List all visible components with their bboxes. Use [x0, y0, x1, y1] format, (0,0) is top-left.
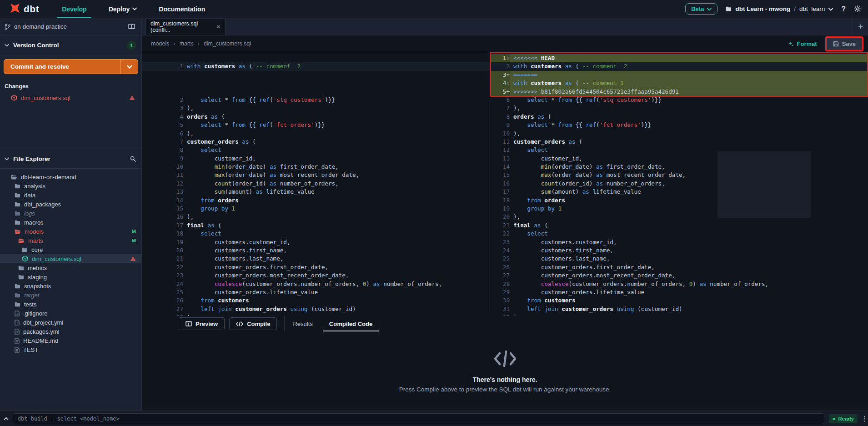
new-tab-button[interactable]: + — [853, 18, 868, 35]
tree-item-dbt-learn-on-demand[interactable]: dbt-learn-on-demand — [0, 172, 141, 181]
code-line: 13 customer_id, — [490, 155, 868, 163]
dbt-logo[interactable]: dbt — [0, 2, 51, 16]
format-button[interactable]: Format — [788, 40, 817, 47]
results-toolbar: Preview Compile Results Compiled Code — [142, 316, 868, 331]
code-content: from orders — [510, 196, 868, 205]
git-branch-icon — [5, 24, 10, 30]
code-brackets-icon — [492, 350, 518, 370]
line-number: 24 — [490, 246, 510, 255]
code-content: final as ( — [510, 221, 868, 230]
minimap[interactable] — [717, 151, 811, 218]
help-button[interactable]: ? — [841, 5, 846, 13]
command-input[interactable] — [13, 413, 824, 424]
tree-item--gitignore[interactable]: .gitignore — [0, 309, 141, 318]
close-icon[interactable]: ✕ — [216, 24, 221, 30]
tree-item-target[interactable]: target — [0, 291, 141, 300]
tree-item-dbt-packages[interactable]: dbt_packages — [0, 200, 141, 209]
code-content: customer_orders.most_recent_order_date, — [510, 271, 868, 280]
commit-options-chevron[interactable] — [120, 60, 138, 74]
compile-button[interactable]: Compile — [229, 317, 277, 330]
code-line: 5 select * from {{ ref('fct_orders')}} — [142, 121, 490, 129]
code-line: 13 sum(amount) as lifetime_value — [142, 188, 490, 196]
account-project-switcher[interactable]: dbt Learn - mwong / dbt_learn — [726, 5, 833, 12]
code-content: with customers as ( -- comment 2 — [510, 62, 868, 70]
editor-pane-right[interactable]: 1+<<<<<<< HEAD2with customers as ( -- co… — [490, 52, 868, 316]
breadcrumb-marts[interactable]: marts — [179, 40, 193, 47]
code-content: max(order_date) as most_recent_order_dat… — [510, 171, 868, 179]
changed-file-dim-customers[interactable]: dim_customers.sql — [0, 92, 141, 103]
code-line: 20 customers.first_name, — [142, 246, 490, 255]
line-number: 21 — [490, 221, 510, 230]
sidebar: on-demand-practice Version Control 1 Com… — [0, 18, 142, 411]
save-button[interactable]: Save — [827, 38, 862, 50]
code-line: 26 customer_orders.first_order_date, — [490, 263, 868, 271]
line-number: 16 — [490, 180, 510, 188]
git-branch-row[interactable]: on-demand-practice — [0, 18, 141, 35]
code-line: 25 customer_orders.lifetime_value — [142, 288, 490, 296]
tree-item-metrics[interactable]: metrics — [0, 263, 141, 272]
tree-item-packages-yml[interactable]: packages.yml — [0, 327, 141, 336]
code-line: 10 min(order_date) as first_order_date, — [142, 163, 490, 171]
tree-item-analysis[interactable]: analysis — [0, 181, 141, 190]
code-content: customer_id, — [510, 155, 868, 163]
search-icon[interactable] — [130, 156, 136, 162]
code-content: sum(amount) as lifetime_value — [510, 188, 868, 196]
breadcrumb-models[interactable]: models — [151, 40, 169, 47]
tree-item-label: dbt_project.yml — [23, 319, 63, 326]
tree-item-tests[interactable]: tests — [0, 300, 141, 309]
file-explorer-header[interactable]: File Explorer — [0, 149, 141, 169]
tree-item-label: dbt-learn-on-demand — [21, 174, 76, 180]
tree-item-snapshots[interactable]: snapshots — [0, 281, 141, 291]
tree-item-logs[interactable]: logs — [0, 209, 141, 218]
kebab-menu-icon[interactable]: ⋮ — [861, 415, 868, 423]
preview-button[interactable]: Preview — [179, 317, 225, 330]
changes-label: Changes — [0, 78, 141, 92]
tree-item-staging[interactable]: staging — [0, 272, 141, 281]
nav-documentation[interactable]: Documentation — [148, 0, 216, 18]
code-content: customer_orders as ( — [183, 138, 490, 146]
line-number: 29 — [490, 288, 510, 296]
code-content: from customers — [510, 296, 868, 305]
line-number: 9 — [490, 121, 510, 129]
tree-item-models[interactable]: modelsM — [0, 227, 141, 236]
nav-deploy[interactable]: Deploy — [98, 0, 148, 18]
tree-item-label: target — [24, 292, 39, 299]
tree-item-test[interactable]: TEST — [0, 345, 141, 354]
code-content: customers.last_name, — [183, 255, 490, 263]
tree-item-dbt-project-yml[interactable]: dbt_project.yml — [0, 318, 141, 327]
line-number: 25 — [142, 288, 183, 296]
tree-item-core[interactable]: core — [0, 245, 141, 254]
folder-icon — [15, 184, 20, 189]
tree-item-readme-md[interactable]: README.md — [0, 336, 141, 345]
tree-item-macros[interactable]: macros — [0, 218, 141, 227]
diff-filler-line — [142, 54, 490, 62]
expand-command-bar-chevron[interactable] — [0, 417, 13, 421]
tab-results[interactable]: Results — [285, 316, 321, 331]
code-line: 1+<<<<<<< HEAD — [490, 54, 868, 62]
tree-item-label: data — [24, 192, 35, 199]
line-number: 15 — [490, 171, 510, 179]
version-control-header[interactable]: Version Control 1 — [0, 35, 141, 55]
code-line: 15 max(order_date) as most_recent_order_… — [490, 171, 868, 179]
code-line: 14 from orders — [142, 196, 490, 205]
settings-gear-button[interactable] — [854, 5, 861, 12]
breadcrumb-file[interactable]: dim_customers.sql — [204, 40, 251, 47]
docs-book-icon[interactable] — [128, 24, 135, 30]
tree-item-marts[interactable]: martsM — [0, 236, 141, 245]
save-button-highlight: Save — [825, 36, 863, 51]
compiled-code-empty-state: There's nothing here. Press Compile abov… — [142, 331, 868, 411]
commit-and-resolve-button[interactable]: Commit and resolve — [4, 59, 138, 74]
model-cube-icon — [11, 95, 17, 101]
tree-item-dim-customers-sql[interactable]: dim_customers.sql — [0, 254, 141, 263]
editor-pane-left[interactable]: 1with customers as ( -- comment 22 selec… — [142, 52, 490, 316]
nav-develop[interactable]: Develop — [51, 0, 97, 18]
line-number: 8 — [490, 113, 510, 121]
line-number: 21 — [142, 255, 183, 263]
line-number: 27 — [142, 305, 183, 313]
tree-item-data[interactable]: data — [0, 190, 141, 200]
tab-compiled-code[interactable]: Compiled Code — [321, 316, 381, 331]
tab-dim-customers[interactable]: dim_customers.sql (confli... ✕ — [146, 18, 226, 35]
beta-dropdown[interactable]: Beta — [685, 3, 717, 15]
line-number: 20 — [490, 213, 510, 221]
code-line: 26 from customers — [142, 296, 490, 305]
